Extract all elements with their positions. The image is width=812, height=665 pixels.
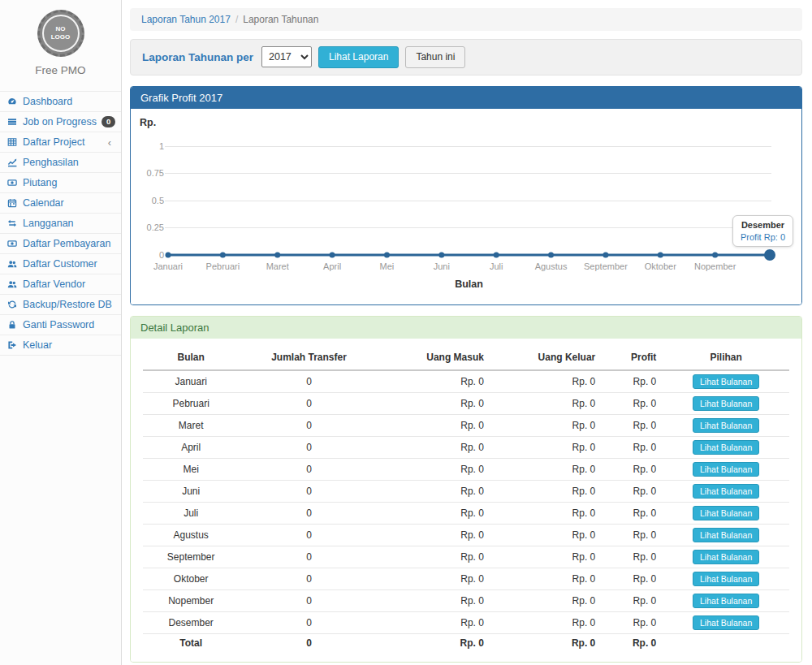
sidebar-item-daftar-pembayaran[interactable]: Daftar Pembayaran bbox=[0, 233, 121, 253]
sidebar-nav: DashboardJob on Progress0Daftar Project‹… bbox=[0, 91, 121, 356]
sidebar-item-calendar[interactable]: Calendar bbox=[0, 192, 121, 213]
sidebar-item-label: Piutang bbox=[23, 177, 57, 188]
profit-line-plot[interactable] bbox=[143, 109, 789, 304]
report-filter-bar: Laporan Tahunan per 2017 Lihat Laporan T… bbox=[130, 39, 802, 76]
sidebar-item-daftar-project[interactable]: Daftar Project‹ bbox=[0, 132, 121, 152]
sidebar-item-penghasilan[interactable]: Penghasilan bbox=[0, 152, 121, 172]
logo-placeholder-text: NO LOGO bbox=[42, 15, 80, 52]
table-cell: Rp. 0 bbox=[490, 436, 602, 458]
table-cell: Rp. 0 bbox=[602, 568, 663, 589]
table-cell: Mei bbox=[143, 458, 239, 480]
lihat-bulanan-button[interactable]: Lihat Bulanan bbox=[693, 462, 759, 477]
sidebar-item-label: Ganti Password bbox=[23, 319, 94, 330]
data-point[interactable] bbox=[764, 249, 775, 261]
table-cell: Oktober bbox=[143, 568, 239, 589]
lihat-bulanan-button[interactable]: Lihat Bulanan bbox=[693, 440, 759, 455]
data-point[interactable] bbox=[166, 252, 171, 257]
table-cell: Rp. 0 bbox=[602, 502, 663, 524]
data-point[interactable] bbox=[712, 252, 718, 257]
lihat-bulanan-button[interactable]: Lihat Bulanan bbox=[693, 550, 759, 564]
table-cell: 0 bbox=[239, 458, 378, 480]
table-row: Desember0Rp. 0Rp. 0Rp. 0Lihat Bulanan bbox=[143, 611, 789, 633]
table-cell: 0 bbox=[239, 589, 378, 611]
total-cell: Rp. 0 bbox=[490, 633, 602, 652]
table-row: Pebruari0Rp. 0Rp. 0Rp. 0Lihat Bulanan bbox=[143, 392, 789, 414]
table-cell: Rp. 0 bbox=[602, 458, 663, 480]
sign-out-icon bbox=[7, 340, 18, 350]
table-cell: Rp. 0 bbox=[490, 502, 602, 524]
column-header: Pilihan bbox=[663, 345, 789, 370]
lihat-bulanan-button[interactable]: Lihat Bulanan bbox=[693, 506, 759, 520]
table-cell: Juli bbox=[143, 502, 239, 524]
table-cell: Rp. 0 bbox=[602, 414, 663, 436]
total-cell: Rp. 0 bbox=[379, 633, 490, 652]
table-cell: September bbox=[143, 546, 239, 568]
table-cell: Rp. 0 bbox=[379, 370, 490, 393]
table-cell: Pebruari bbox=[143, 392, 239, 414]
data-point[interactable] bbox=[603, 252, 608, 257]
table-cell: 0 bbox=[239, 524, 378, 546]
sidebar-item-label: Job on Progress bbox=[23, 116, 97, 127]
chart-panel-title: Grafik Profit 2017 bbox=[131, 87, 801, 109]
table-row: Mei0Rp. 0Rp. 0Rp. 0Lihat Bulanan bbox=[143, 458, 789, 480]
lihat-bulanan-button[interactable]: Lihat Bulanan bbox=[693, 528, 759, 542]
sidebar-item-daftar-vendor[interactable]: Daftar Vendor bbox=[0, 274, 121, 294]
profit-chart-panel: Grafik Profit 2017 Rp. Desember Profit R… bbox=[130, 86, 802, 305]
table-row: Juli0Rp. 0Rp. 0Rp. 0Lihat Bulanan bbox=[143, 502, 789, 524]
table-cell: Rp. 0 bbox=[490, 480, 602, 502]
lihat-bulanan-button[interactable]: Lihat Bulanan bbox=[693, 374, 759, 389]
data-point[interactable] bbox=[274, 252, 280, 257]
lihat-bulanan-button[interactable]: Lihat Bulanan bbox=[693, 418, 759, 433]
table-cell: Rp. 0 bbox=[379, 480, 490, 502]
data-point[interactable] bbox=[330, 252, 335, 257]
lihat-bulanan-button[interactable]: Lihat Bulanan bbox=[693, 594, 759, 608]
sidebar-item-langganan[interactable]: Langganan bbox=[0, 213, 121, 233]
sidebar-item-job-on-progress[interactable]: Job on Progress0 bbox=[0, 111, 121, 132]
lihat-bulanan-button[interactable]: Lihat Bulanan bbox=[693, 396, 759, 411]
sidebar-item-keluar[interactable]: Keluar bbox=[0, 335, 121, 356]
table-row: September0Rp. 0Rp. 0Rp. 0Lihat Bulanan bbox=[143, 546, 789, 568]
data-point[interactable] bbox=[494, 252, 499, 257]
sidebar-item-piutang[interactable]: Piutang bbox=[0, 172, 121, 192]
table-row: April0Rp. 0Rp. 0Rp. 0Lihat Bulanan bbox=[143, 436, 789, 458]
lihat-bulanan-button[interactable]: Lihat Bulanan bbox=[693, 572, 759, 586]
year-select[interactable]: 2017 bbox=[261, 46, 312, 67]
sidebar-item-backup-restore-db[interactable]: Backup/Restore DB bbox=[0, 294, 121, 314]
brand-name: Free PMO bbox=[0, 64, 121, 76]
refresh-icon bbox=[7, 300, 18, 309]
table-cell: Rp. 0 bbox=[602, 589, 663, 611]
table-cell: 0 bbox=[239, 392, 378, 414]
chart-tooltip: Desember Profit Rp: 0 bbox=[732, 215, 793, 247]
data-point[interactable] bbox=[658, 252, 663, 257]
exchange-icon bbox=[7, 218, 18, 228]
table-cell: Januari bbox=[143, 370, 239, 393]
table-cell: 0 bbox=[239, 370, 378, 393]
sidebar-item-daftar-customer[interactable]: Daftar Customer bbox=[0, 253, 121, 274]
table-cell: Rp. 0 bbox=[490, 392, 602, 414]
table-cell: Rp. 0 bbox=[602, 524, 663, 546]
lihat-bulanan-button[interactable]: Lihat Bulanan bbox=[693, 484, 759, 499]
app-logo: NO LOGO bbox=[37, 10, 84, 57]
breadcrumb-link[interactable]: Laporan Tahun 2017 bbox=[141, 14, 231, 25]
lihat-bulanan-button[interactable]: Lihat Bulanan bbox=[693, 615, 759, 630]
data-point[interactable] bbox=[384, 252, 390, 257]
table-cell: 0 bbox=[239, 502, 378, 524]
data-point[interactable] bbox=[220, 252, 226, 257]
data-point[interactable] bbox=[548, 252, 554, 257]
table-cell: Rp. 0 bbox=[602, 546, 663, 568]
column-header: Jumlah Transfer bbox=[239, 345, 378, 370]
tahun-ini-button[interactable]: Tahun ini bbox=[405, 46, 465, 68]
users-icon bbox=[7, 259, 18, 269]
sidebar-item-dashboard[interactable]: Dashboard bbox=[0, 91, 121, 111]
sidebar-item-label: Daftar Customer bbox=[23, 258, 97, 270]
sidebar: NO LOGO Free PMO DashboardJob on Progres… bbox=[0, 0, 122, 665]
data-point[interactable] bbox=[438, 252, 444, 257]
column-header: Profit bbox=[602, 345, 663, 370]
total-cell: Total bbox=[143, 633, 239, 652]
table-row: Januari0Rp. 0Rp. 0Rp. 0Lihat Bulanan bbox=[143, 370, 789, 393]
lihat-laporan-button[interactable]: Lihat Laporan bbox=[318, 46, 399, 68]
sidebar-item-ganti-password[interactable]: Ganti Password bbox=[0, 314, 121, 335]
sidebar-item-label: Calendar bbox=[23, 197, 64, 209]
table-header-row: BulanJumlah TransferUang MasukUang Kelua… bbox=[143, 345, 789, 370]
detail-report-panel: Detail Laporan BulanJumlah TransferUang … bbox=[130, 316, 802, 663]
